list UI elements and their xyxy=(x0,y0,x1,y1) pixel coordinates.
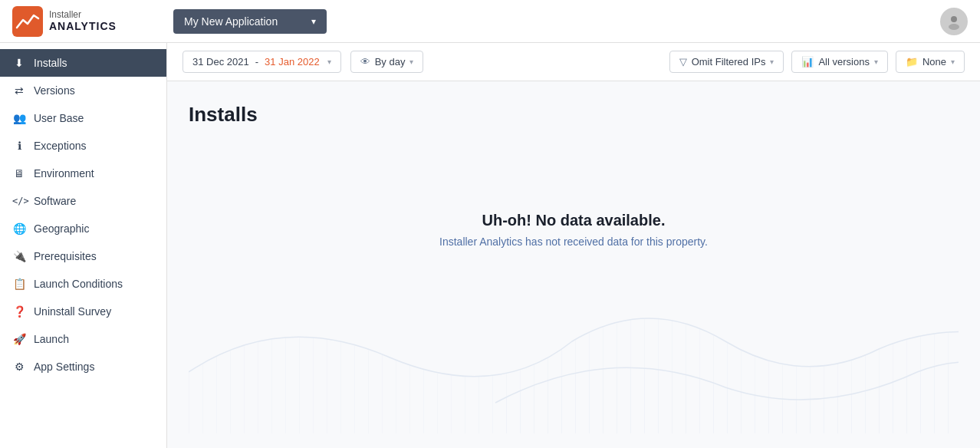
sidebar-item-uninstall-survey[interactable]: ❓ Uninstall Survey xyxy=(0,298,166,325)
sidebar-item-environment[interactable]: 🖥 Environment xyxy=(0,160,166,187)
folder-icon: 📁 xyxy=(906,56,918,68)
sidebar-item-prerequisites-label: Prerequisites xyxy=(34,250,97,262)
launch-icon: 🚀 xyxy=(12,333,26,345)
wave-background xyxy=(189,280,959,433)
sidebar-item-geographic[interactable]: 🌐 Geographic xyxy=(0,215,166,242)
prerequisites-icon: 🔌 xyxy=(12,250,26,262)
date-start: 31 Dec 2021 xyxy=(192,56,249,68)
versions-chevron: ▾ xyxy=(874,58,878,66)
main-content: 31 Dec 2021 - 31 Jan 2022 ▾ 👁 By day ▾ ▽… xyxy=(167,43,980,448)
sidebar-item-user-base-label: User Base xyxy=(34,112,84,124)
sidebar-item-exceptions[interactable]: ℹ Exceptions xyxy=(0,132,166,160)
filter-right: ▽ Omit Filtered IPs ▾ 📊 All versions ▾ 📁… xyxy=(669,51,965,73)
installs-icon: ⬇ xyxy=(12,57,26,69)
filter-funnel-icon: ▽ xyxy=(679,56,687,68)
date-range-chevron: ▾ xyxy=(327,58,331,66)
no-data-subtext: Installer Analytics has not received dat… xyxy=(439,236,708,248)
sidebar-item-launch-conditions-label: Launch Conditions xyxy=(34,278,123,290)
user-base-icon: 👥 xyxy=(12,112,26,124)
layout: ⬇ Installs ⇄ Versions 👥 User Base ℹ Exce… xyxy=(0,43,980,448)
svg-point-1 xyxy=(951,16,957,22)
sidebar-item-app-settings[interactable]: ⚙ App Settings xyxy=(0,353,166,380)
versions-filter-button[interactable]: 📊 All versions ▾ xyxy=(791,51,887,73)
sidebar-item-prerequisites[interactable]: 🔌 Prerequisites xyxy=(0,242,166,270)
none-chevron: ▾ xyxy=(951,58,955,66)
sidebar-item-versions[interactable]: ⇄ Versions xyxy=(0,77,166,104)
app-settings-icon: ⚙ xyxy=(12,361,26,373)
geographic-icon: 🌐 xyxy=(12,222,26,235)
omit-label: Omit Filtered IPs xyxy=(692,56,766,68)
sidebar-item-environment-label: Environment xyxy=(34,167,94,180)
sidebar-item-user-base[interactable]: 👥 User Base xyxy=(0,104,166,132)
sidebar-item-software[interactable]: </> Software xyxy=(0,187,166,215)
versions-icon: ⇄ xyxy=(12,84,26,97)
logo-line2: ANALYTICS xyxy=(49,20,117,33)
sidebar-item-installs-label: Installs xyxy=(34,57,67,69)
omit-filtered-ips-button[interactable]: ▽ Omit Filtered IPs ▾ xyxy=(669,51,784,73)
no-data-message: Uh-oh! No data available. Installer Anal… xyxy=(439,212,708,248)
sidebar-item-geographic-label: Geographic xyxy=(34,222,89,235)
app-name-label: My New Application xyxy=(184,15,278,28)
sidebar-item-software-label: Software xyxy=(34,195,76,207)
view-chevron: ▾ xyxy=(409,58,413,66)
versions-label: All versions xyxy=(818,56,869,68)
sidebar-item-versions-label: Versions xyxy=(34,84,75,97)
app-selector-chevron: ▾ xyxy=(311,16,316,27)
view-by-day-button[interactable]: 👁 By day ▾ xyxy=(350,51,424,73)
exceptions-icon: ℹ xyxy=(12,140,26,152)
logo-line1: Installer xyxy=(49,9,117,20)
top-bar-right xyxy=(940,8,968,35)
sidebar-item-launch-conditions[interactable]: 📋 Launch Conditions xyxy=(0,270,166,298)
content-area: Installs Uh-oh! xyxy=(167,81,980,448)
date-separator: - xyxy=(255,56,258,68)
environment-icon: 🖥 xyxy=(12,167,26,180)
logo: Installer ANALYTICS xyxy=(12,6,173,37)
none-filter-button[interactable]: 📁 None ▾ xyxy=(896,51,965,73)
sidebar-item-uninstall-survey-label: Uninstall Survey xyxy=(34,305,111,318)
date-range-picker[interactable]: 31 Dec 2021 - 31 Jan 2022 ▾ xyxy=(183,51,341,73)
sidebar-item-exceptions-label: Exceptions xyxy=(34,140,86,152)
sidebar-item-launch[interactable]: 🚀 Launch xyxy=(0,325,166,353)
filter-bar: 31 Dec 2021 - 31 Jan 2022 ▾ 👁 By day ▾ ▽… xyxy=(167,43,980,81)
no-data-heading: Uh-oh! No data available. xyxy=(439,212,708,229)
launch-conditions-icon: 📋 xyxy=(12,278,26,290)
svg-point-2 xyxy=(949,24,959,30)
none-label: None xyxy=(922,56,946,68)
uninstall-survey-icon: ❓ xyxy=(12,305,26,318)
svg-rect-0 xyxy=(12,6,43,37)
sidebar: ⬇ Installs ⇄ Versions 👥 User Base ℹ Exce… xyxy=(0,43,167,448)
eye-icon: 👁 xyxy=(360,56,370,68)
top-bar: Installer ANALYTICS My New Application ▾ xyxy=(0,0,980,43)
sidebar-item-launch-label: Launch xyxy=(34,333,69,345)
avatar[interactable] xyxy=(940,8,968,35)
page-title: Installs xyxy=(189,103,959,127)
app-selector-button[interactable]: My New Application ▾ xyxy=(173,9,327,34)
omit-chevron: ▾ xyxy=(770,58,774,66)
sidebar-item-app-settings-label: App Settings xyxy=(34,361,94,373)
logo-text: Installer ANALYTICS xyxy=(49,9,117,33)
view-label: By day xyxy=(375,56,406,68)
software-icon: </> xyxy=(12,196,26,206)
sidebar-item-installs[interactable]: ⬇ Installs xyxy=(0,49,166,77)
no-data-wrapper: Uh-oh! No data available. Installer Anal… xyxy=(189,142,959,433)
logo-icon xyxy=(12,6,43,37)
versions-filter-icon: 📊 xyxy=(801,56,814,68)
date-end: 31 Jan 2022 xyxy=(265,56,320,68)
